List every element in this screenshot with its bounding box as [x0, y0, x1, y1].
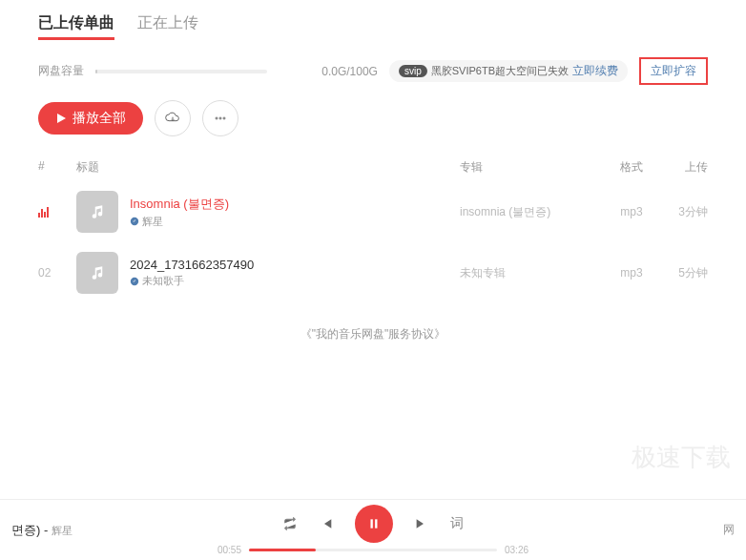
download-button[interactable]: [155, 100, 191, 136]
tab-uploading[interactable]: 正在上传: [137, 13, 198, 40]
track-album: insomnia (불면증): [460, 204, 603, 220]
track-artist: 未知歌手: [130, 274, 460, 288]
pause-icon: [367, 517, 381, 530]
svg-point-0: [216, 117, 218, 119]
np-title: 면증) -: [11, 522, 48, 539]
loop-button[interactable]: [282, 516, 298, 531]
next-icon: [414, 516, 429, 531]
play-all-label: 播放全部: [73, 110, 126, 127]
track-time: 5分钟: [660, 265, 708, 281]
verify-icon: [130, 217, 139, 226]
verify-icon: [130, 277, 139, 286]
col-time: 上传: [660, 159, 708, 176]
music-note-icon: [89, 264, 106, 281]
col-title: 标题: [76, 159, 460, 176]
track-artist: 辉星: [130, 215, 460, 229]
track-info: 2024_1731662357490未知歌手: [130, 258, 460, 288]
track-album: 未知专辑: [460, 265, 603, 281]
col-idx: #: [38, 159, 76, 176]
track-title: 2024_1731662357490: [130, 258, 460, 272]
play-pause-button[interactable]: [355, 505, 393, 543]
storage-badge: svip 黑胶SVIP6TB超大空间已失效 立即续费: [389, 60, 628, 82]
time-duration: 03:26: [505, 545, 528, 555]
more-button[interactable]: [202, 100, 238, 136]
storage-bar: [95, 70, 267, 73]
prev-icon: [319, 516, 334, 531]
storage-label: 网盘容量: [38, 63, 84, 79]
renew-link[interactable]: 立即续费: [572, 63, 618, 79]
prev-button[interactable]: [319, 516, 334, 531]
track-time: 3分钟: [660, 204, 708, 220]
loop-icon: [282, 516, 298, 531]
play-icon: [55, 113, 67, 124]
list-header: # 标题 专辑 格式 上传: [0, 154, 746, 181]
col-album: 专辑: [460, 159, 603, 176]
tab-uploaded[interactable]: 已上传单曲: [38, 13, 114, 40]
more-icon: [213, 111, 228, 126]
track-row[interactable]: 022024_1731662357490未知歌手未知专辑mp35分钟: [0, 242, 746, 303]
np-artist: 辉星: [52, 524, 73, 538]
track-title: Insomnia (불면증): [130, 196, 460, 213]
track-format: mp3: [603, 205, 660, 218]
storage-text: 0.0G/100G: [321, 65, 378, 78]
track-row[interactable]: Insomnia (불면증)辉星insomnia (불면증)mp33分钟: [0, 181, 746, 242]
badge-text: 黑胶SVIP6TB超大空间已失效: [431, 64, 569, 78]
svg-rect-6: [375, 519, 377, 528]
track-index: 02: [38, 266, 76, 280]
player-bar: 면증) - 辉星 词 00:55 03:26 网: [0, 499, 746, 560]
watermark: 极速下载: [632, 441, 731, 474]
agreement-link[interactable]: 《"我的音乐网盘"服务协议》: [0, 303, 746, 365]
cloud-download-icon: [165, 111, 180, 126]
svg-point-1: [219, 117, 221, 119]
lyric-button[interactable]: 词: [450, 515, 464, 532]
track-cover: [76, 191, 118, 233]
music-note-icon: [89, 203, 106, 220]
player-right[interactable]: 网: [723, 522, 735, 538]
col-format: 格式: [603, 159, 660, 176]
now-playing[interactable]: 면증) - 辉星: [11, 522, 73, 539]
expand-button[interactable]: 立即扩容: [639, 57, 708, 85]
svg-rect-5: [371, 519, 373, 528]
playing-icon: [38, 206, 49, 218]
next-button[interactable]: [414, 516, 429, 531]
track-cover: [76, 252, 118, 294]
track-index: [38, 206, 76, 218]
svip-pill: svip: [399, 65, 427, 77]
svg-point-2: [223, 117, 225, 119]
play-all-button[interactable]: 播放全部: [38, 102, 143, 135]
track-info: Insomnia (불면증)辉星: [130, 196, 460, 229]
progress-bar[interactable]: [249, 549, 497, 551]
track-format: mp3: [603, 266, 660, 280]
time-current: 00:55: [218, 545, 241, 555]
